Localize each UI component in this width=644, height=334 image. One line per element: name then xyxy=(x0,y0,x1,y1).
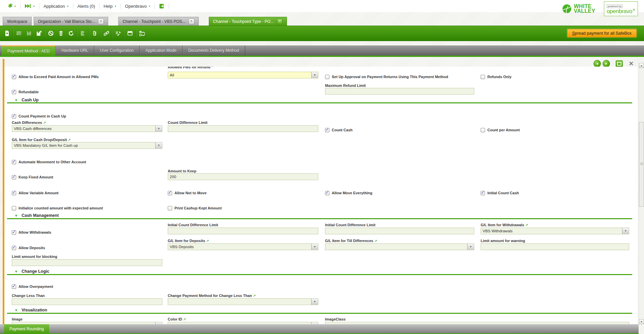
tab-close-icon[interactable]: × xyxy=(98,19,104,24)
checkbox-count-per-amount[interactable]: Count per Amount xyxy=(481,128,520,132)
link-arrow-icon[interactable]: ↗ xyxy=(206,239,209,243)
checkbox-initialize-counted[interactable]: Initialize counted amount with expected … xyxy=(12,206,103,210)
tab-close-icon[interactable]: × xyxy=(189,19,194,24)
dropdown-arrow-icon[interactable]: ▼ xyxy=(155,126,162,132)
input-limit-blocking[interactable] xyxy=(12,259,162,266)
input-amount-to-keep[interactable]: 200 xyxy=(168,173,318,180)
section-cash-management[interactable]: ▼ Cash Management xyxy=(14,213,59,218)
tab-workspace[interactable]: Workspace xyxy=(3,17,32,26)
combo-change-payment-method[interactable]: ▼ xyxy=(168,298,318,305)
input-count-diff-limit[interactable] xyxy=(168,125,318,132)
attachment-button[interactable] xyxy=(90,29,100,38)
combo-allowed-pms[interactable]: All ▼ xyxy=(168,72,318,78)
new-record-button[interactable] xyxy=(2,29,12,38)
checkbox-keep-fixed-amount[interactable]: ✓ Keep Fixed Amount xyxy=(12,175,53,179)
tab-organization[interactable]: Organization - Vall Blanca Sto... × xyxy=(34,17,108,26)
checkbox-initial-count-cash[interactable]: ✓ Initial Count Cash xyxy=(481,191,519,195)
checkbox-automate-movement[interactable]: ✓ Automate Movement to Other Account xyxy=(12,160,86,164)
input-initial-count-diff-a[interactable] xyxy=(168,228,318,234)
scroll-up-button[interactable]: ▲ xyxy=(639,63,644,68)
combo-gl-cash-drop[interactable]: VBS Mandatory G/L Item for Cash up ▼ xyxy=(12,142,162,149)
checkbox-allow-withdrawals[interactable]: ✓ Allow Withdrawals xyxy=(12,230,51,235)
checkbox-refunds-only[interactable]: Refunds Only xyxy=(481,75,512,79)
checkbox-allow-variable-amount[interactable]: ✓ Allow Variable Amount xyxy=(12,191,59,195)
dropdown-arrow-icon[interactable]: ▼ xyxy=(311,72,318,78)
menu-openbravo[interactable]: Openbravo ▼ xyxy=(122,4,154,9)
link-arrow-icon[interactable]: ↗ xyxy=(43,121,46,125)
dropdown-arrow-icon[interactable]: ▼ xyxy=(311,244,318,250)
dropdown-arrow-icon[interactable]: ▼ xyxy=(467,244,474,250)
refresh-selection-button[interactable] xyxy=(137,29,147,38)
combo-color-id[interactable]: ▼ xyxy=(168,322,318,324)
tab-channel-touchpoint[interactable]: Channel - Touchpoint - VBS POS... × xyxy=(118,17,199,26)
input-change-less-than[interactable] xyxy=(12,298,162,305)
save-button[interactable] xyxy=(24,29,34,38)
dropdown-arrow-icon[interactable]: ▼ xyxy=(622,228,629,234)
save-close-button[interactable] xyxy=(34,29,44,38)
subtab-payment-rounding[interactable]: Payment Rounding xyxy=(4,324,49,333)
menu-alerts[interactable]: Alerts (0) xyxy=(74,4,99,9)
tab-close-icon[interactable]: × xyxy=(277,19,283,24)
subtab-hardware-url[interactable]: Hardware URL xyxy=(56,45,94,56)
checkbox-allow-exceed[interactable]: ✓ Allow to Exceed Paid Amount in Allowed… xyxy=(12,75,99,79)
checkbox-allow-move-everything[interactable]: ✓ Allow Move Everything xyxy=(325,191,372,195)
link-arrow-icon[interactable]: ↗ xyxy=(525,223,528,227)
link-button[interactable] xyxy=(101,29,111,38)
scrollbar-thumb[interactable] xyxy=(639,122,644,207)
section-change-logic[interactable]: ▼ Change Logic xyxy=(14,269,50,274)
menu-help[interactable]: Help ▼ xyxy=(100,4,120,9)
dropdown-arrow-icon[interactable]: ▼ xyxy=(311,299,318,305)
tab-channel-touchpoint-type[interactable]: Channel - Touchpoint Type - PO... × xyxy=(209,17,287,26)
checkbox-label: Count Cash xyxy=(332,128,353,132)
child-tabs-bar: Payment Method - AED Hardware URL User C… xyxy=(0,45,644,57)
checkbox-count-payment[interactable]: ✓ Count Payment in Cash Up xyxy=(12,114,66,119)
input-limit-warning[interactable] xyxy=(481,243,629,250)
link-arrow-icon[interactable]: ↗ xyxy=(68,138,71,142)
combo-gl-deposits[interactable]: VBS Deposits ▼ xyxy=(168,243,318,250)
checkbox-print-cashup-kept[interactable]: Print Cashup Kept Amount xyxy=(168,206,222,210)
section-cash-up[interactable]: ▼ Cash Up xyxy=(14,98,39,102)
checkbox-setup-approval[interactable]: Set Up Approval on Payment Returns Using… xyxy=(325,75,448,79)
section-collapse-icon: ▼ xyxy=(14,270,18,273)
scroll-down-button[interactable]: ▼ xyxy=(639,319,644,324)
input-max-refund[interactable] xyxy=(325,88,474,95)
link-arrow-icon[interactable]: ↗ xyxy=(374,239,377,243)
logout-button[interactable] xyxy=(156,3,168,9)
subtab-application-mode[interactable]: Application Mode xyxy=(140,45,183,56)
input-imageclass[interactable] xyxy=(325,322,629,324)
tools-button[interactable] xyxy=(113,29,123,38)
export-button[interactable] xyxy=(78,29,88,38)
checkbox-box xyxy=(12,206,16,210)
grid-form-toggle-button[interactable] xyxy=(125,29,135,38)
link-arrow-icon[interactable]: ↗ xyxy=(183,318,186,321)
edit-grid-button[interactable] xyxy=(14,29,24,38)
checkbox-allow-not-to-move[interactable]: ✓ Allow Not to Move xyxy=(168,191,206,195)
checkbox-count-cash[interactable]: ✓ Count Cash xyxy=(325,128,353,132)
dropdown-arrow-icon[interactable]: ▼ xyxy=(155,142,162,148)
quick-launch-button[interactable]: ▼ xyxy=(21,4,38,8)
maximize-button[interactable] xyxy=(616,60,623,67)
subtab-payment-method[interactable]: Payment Method - AED xyxy=(2,45,56,56)
subtab-documents-delivery[interactable]: Documents Delivery Method xyxy=(183,45,245,56)
previous-record-button[interactable]: ◄ xyxy=(593,60,601,67)
input-image[interactable]: ▲ xyxy=(12,322,162,324)
subtab-user-configuration[interactable]: User Configuration xyxy=(94,45,140,56)
combo-gl-withdrawals[interactable]: VBS Withdrawals ▼ xyxy=(481,228,629,234)
checkbox-allow-deposits[interactable]: ✓ Allow Deposits xyxy=(12,246,45,250)
refresh-button[interactable] xyxy=(66,29,76,38)
vertical-scrollbar[interactable]: ▲ ▼ xyxy=(639,63,644,324)
checkbox-refundable[interactable]: ✓ Refundable xyxy=(12,90,39,94)
workspace-menu-button[interactable]: ✱ ▼ xyxy=(4,3,20,9)
next-record-button[interactable]: ► xyxy=(603,60,610,67)
spread-payment-button[interactable]: Spread payment for all SafeBox xyxy=(567,29,637,37)
menu-help-label: Help xyxy=(103,4,112,9)
cancel-button[interactable] xyxy=(46,29,56,38)
menu-application[interactable]: Application ▼ xyxy=(40,4,72,9)
combo-cash-differences[interactable]: VBS Cash differences ▼ xyxy=(12,125,162,132)
section-visualization[interactable]: ▼ Visualization xyxy=(14,308,47,312)
link-arrow-icon[interactable]: ↗ xyxy=(253,294,256,298)
delete-button[interactable] xyxy=(56,29,66,38)
input-initial-count-diff-b[interactable] xyxy=(325,228,474,234)
combo-gl-till-differences[interactable]: ▼ xyxy=(325,243,474,250)
checkbox-allow-overpayment[interactable]: ✓ Allow Overpayment xyxy=(12,285,53,289)
